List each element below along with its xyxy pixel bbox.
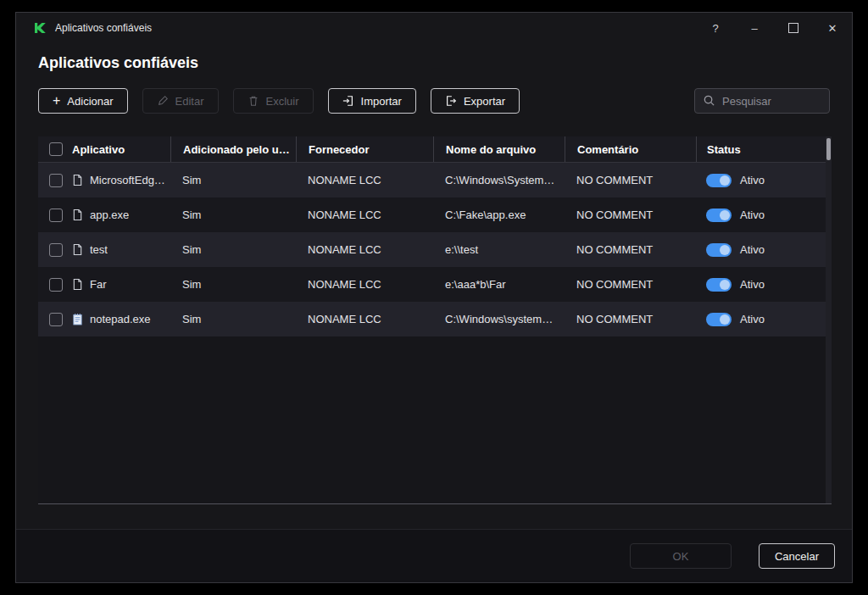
row-checkbox[interactable] <box>49 209 63 222</box>
export-icon <box>445 95 457 107</box>
file-icon <box>72 243 83 256</box>
titlebar: Aplicativos confiáveis ? – ✕ <box>16 13 852 43</box>
file-path-cell: e:\\test <box>433 232 565 267</box>
toggle-knob <box>720 280 730 290</box>
pencil-icon <box>157 95 169 107</box>
comment-cell: NO COMMENT <box>565 232 696 267</box>
status-label: Ativo <box>740 243 765 256</box>
added-by-user-cell: Sim <box>170 197 296 232</box>
file-icon <box>72 278 83 291</box>
trusted-apps-table: Aplicativo Adicionado pelo u… Fornecedor… <box>38 136 832 504</box>
vendor-cell: NONAME LCC <box>296 267 433 302</box>
column-header-comentario[interactable]: Comentário <box>565 136 696 162</box>
export-button[interactable]: Exportar <box>431 88 520 114</box>
footer: OK Cancelar <box>16 529 852 582</box>
status-label: Ativo <box>740 278 765 291</box>
toolbar: + Adicionar Editar Excluir Importar Ex <box>38 88 830 114</box>
page-title: Aplicativos confiáveis <box>38 54 852 72</box>
row-checkbox[interactable] <box>49 278 63 292</box>
app-name: app.exe <box>90 209 129 221</box>
maximize-icon <box>788 23 798 33</box>
app-name: Far <box>90 278 107 291</box>
file-path-cell: C:\Windows\System… <box>433 163 565 197</box>
table-body: MicrosoftEdg… Sim NONAME LCC C:\Windows\… <box>38 163 832 336</box>
search-box <box>694 88 830 114</box>
delete-button-label: Excluir <box>266 95 299 108</box>
file-path-cell: C:\Windows\system… <box>433 302 565 336</box>
column-header-aplicativo[interactable]: Aplicativo <box>72 136 170 162</box>
comment-cell: NO COMMENT <box>565 267 696 302</box>
status-label: Ativo <box>740 174 765 186</box>
status-toggle[interactable] <box>706 209 732 222</box>
status-toggle[interactable] <box>706 278 732 292</box>
add-button[interactable]: + Adicionar <box>38 88 128 114</box>
delete-button[interactable]: Excluir <box>233 88 314 114</box>
comment-cell: NO COMMENT <box>565 302 696 336</box>
file-icon <box>72 313 83 325</box>
column-header-fornecedor[interactable]: Fornecedor <box>296 136 433 162</box>
vendor-cell: NONAME LCC <box>296 197 433 232</box>
vendor-cell: NONAME LCC <box>296 232 433 267</box>
toggle-knob <box>720 245 730 255</box>
trusted-apps-window: Aplicativos confiáveis ? – ✕ Aplicativos… <box>15 12 853 583</box>
comment-cell: NO COMMENT <box>565 163 696 197</box>
import-button[interactable]: Importar <box>328 88 416 114</box>
status-toggle[interactable] <box>706 243 732 257</box>
status-label: Ativo <box>740 209 765 221</box>
added-by-user-cell: Sim <box>170 302 296 336</box>
table-row[interactable]: app.exe Sim NONAME LCC C:\Fake\app.exe N… <box>38 197 832 232</box>
app-name: notepad.exe <box>90 313 151 325</box>
trash-icon <box>248 95 259 107</box>
scrollbar-thumb[interactable] <box>826 138 831 160</box>
maximize-button[interactable] <box>774 13 813 43</box>
import-icon <box>342 95 354 107</box>
close-button[interactable]: ✕ <box>813 13 852 43</box>
file-icon <box>72 209 83 221</box>
edit-button-label: Editar <box>175 95 204 108</box>
vendor-cell: NONAME LCC <box>296 163 433 197</box>
added-by-user-cell: Sim <box>170 232 296 267</box>
toggle-knob <box>720 175 730 186</box>
table-row[interactable]: MicrosoftEdg… Sim NONAME LCC C:\Windows\… <box>38 163 832 197</box>
table-header: Aplicativo Adicionado pelo u… Fornecedor… <box>38 136 832 163</box>
row-checkbox[interactable] <box>49 243 63 257</box>
toggle-knob <box>720 314 730 325</box>
import-button-label: Importar <box>361 95 402 108</box>
window-controls: ? – ✕ <box>696 13 852 43</box>
window-title: Aplicativos confiáveis <box>55 22 152 34</box>
vendor-cell: NONAME LCC <box>296 302 433 336</box>
help-button[interactable]: ? <box>696 13 735 43</box>
toggle-knob <box>720 210 730 220</box>
table-row[interactable]: test Sim NONAME LCC e:\\test NO COMMENT … <box>38 232 832 267</box>
column-header-nome-do-arquivo[interactable]: Nome do arquivo <box>433 136 565 162</box>
column-header-adicionado[interactable]: Adicionado pelo u… <box>170 136 296 162</box>
kaspersky-logo-icon <box>33 21 47 35</box>
row-checkbox[interactable] <box>49 313 63 326</box>
minimize-button[interactable]: – <box>735 13 774 43</box>
edit-button[interactable]: Editar <box>142 88 219 114</box>
file-icon <box>72 174 83 186</box>
table-row[interactable]: Far Sim NONAME LCC e:\aaa*b\Far NO COMME… <box>38 267 832 302</box>
export-button-label: Exportar <box>464 95 505 108</box>
app-name: MicrosoftEdg… <box>90 174 165 186</box>
table-scrollbar[interactable] <box>826 136 832 503</box>
file-path-cell: e:\aaa*b\Far <box>433 267 565 302</box>
ok-button[interactable]: OK <box>630 543 732 569</box>
table-row[interactable]: notepad.exe Sim NONAME LCC C:\Windows\sy… <box>38 302 832 336</box>
add-button-label: Adicionar <box>67 95 113 108</box>
added-by-user-cell: Sim <box>170 267 296 302</box>
added-by-user-cell: Sim <box>170 163 296 197</box>
app-name: test <box>90 243 108 256</box>
comment-cell: NO COMMENT <box>565 197 696 232</box>
select-all-checkbox[interactable] <box>49 142 63 156</box>
row-checkbox[interactable] <box>49 174 63 187</box>
search-icon <box>703 94 715 107</box>
cancel-button[interactable]: Cancelar <box>759 543 835 569</box>
file-path-cell: C:\Fake\app.exe <box>433 197 565 232</box>
status-toggle[interactable] <box>706 174 732 187</box>
status-toggle[interactable] <box>706 313 732 326</box>
status-label: Ativo <box>740 313 765 325</box>
column-header-status[interactable]: Status <box>696 136 832 162</box>
plus-icon: + <box>53 94 60 108</box>
